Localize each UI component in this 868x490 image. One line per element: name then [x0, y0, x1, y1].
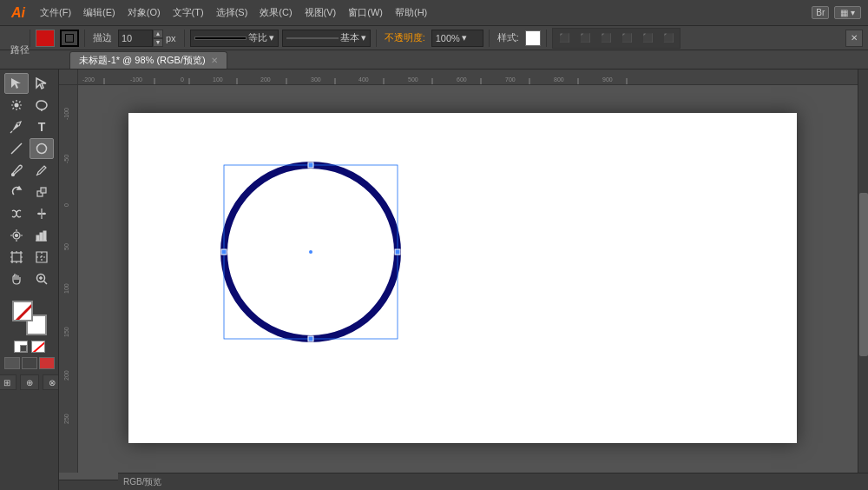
svg-text:500: 500: [408, 76, 418, 83]
svg-text:300: 300: [311, 76, 321, 83]
align-right-btn[interactable]: ⬛: [596, 30, 615, 47]
x-button[interactable]: ✕: [845, 30, 863, 47]
menu-help[interactable]: 帮助(H): [390, 4, 432, 21]
spin-up[interactable]: ▲: [153, 30, 163, 38]
menu-type[interactable]: 文字(T): [168, 4, 209, 21]
tool-row-7: [2, 203, 56, 224]
svg-text:0: 0: [181, 76, 184, 83]
fullscreen2-mode-btn[interactable]: [39, 357, 55, 369]
line-style2-dropdown[interactable]: 基本 ▾: [282, 30, 371, 47]
separator: [30, 30, 30, 47]
circle-shape: [215, 156, 406, 348]
align-bottom-btn[interactable]: ⬛: [659, 30, 678, 47]
pen-tool[interactable]: [4, 116, 29, 137]
v-scroll-thumb[interactable]: [859, 193, 868, 357]
scale-tool[interactable]: [30, 182, 54, 202]
svg-text:900: 900: [602, 76, 613, 83]
menu-view[interactable]: 视图(V): [299, 4, 342, 21]
menu-edit[interactable]: 编辑(E): [78, 4, 121, 21]
title-right: Br ▦ ▾: [812, 6, 861, 19]
align-center-btn[interactable]: ⬛: [575, 30, 595, 47]
line-tool[interactable]: [4, 138, 29, 159]
svg-line-10: [10, 131, 12, 133]
stroke-color-btn[interactable]: [60, 30, 79, 47]
align-left-btn[interactable]: ⬛: [555, 30, 574, 47]
fill-color-btn[interactable]: [36, 30, 55, 47]
dropdown-arrow-1: ▾: [269, 32, 274, 43]
document-tab[interactable]: 未标题-1* @ 98% (RGB/预览) ✕: [69, 51, 227, 69]
vertical-scrollbar[interactable]: [858, 70, 868, 480]
status-mode: RGB/预览: [123, 476, 161, 488]
align-middle-btn[interactable]: ⬛: [638, 30, 657, 47]
stroke-width-input[interactable]: [118, 30, 153, 47]
align-top-btn[interactable]: ⬛: [617, 30, 636, 47]
icon-zoom[interactable]: ⊕: [20, 374, 39, 390]
normal-mode-btn[interactable]: [4, 357, 20, 369]
svg-point-8: [15, 103, 19, 108]
menu-window[interactable]: 窗口(W): [343, 4, 388, 21]
selection-tool[interactable]: [4, 73, 29, 94]
line-style-dropdown[interactable]: 等比 ▾: [190, 30, 279, 47]
style-swatch[interactable]: [525, 30, 541, 46]
paintbrush-tool[interactable]: [4, 160, 29, 181]
opacity-dropdown[interactable]: 100% ▾: [431, 30, 483, 47]
svg-rect-25: [36, 235, 39, 241]
dropdown-arrow-2: ▾: [361, 32, 366, 43]
menu-file[interactable]: 文件(F): [35, 4, 76, 21]
svg-text:100: 100: [213, 76, 223, 83]
width-tool[interactable]: [30, 203, 54, 224]
hand-tool[interactable]: [4, 268, 29, 289]
svg-text:0: 0: [63, 203, 69, 207]
menu-bar: 文件(F) 编辑(E) 对象(O) 文字(T) 选择(S) 效果(C) 视图(V…: [35, 4, 806, 21]
svg-rect-86: [308, 162, 313, 168]
lasso-tool[interactable]: [30, 95, 54, 116]
bridge-button[interactable]: Br: [812, 6, 829, 19]
main-layout: T: [0, 70, 868, 490]
slice-tool[interactable]: [30, 247, 54, 268]
symbol-sprayer-tool[interactable]: [4, 225, 29, 246]
svg-line-14: [36, 175, 37, 175]
spin-down[interactable]: ▼: [153, 38, 163, 47]
stroke-preview-1: [194, 36, 247, 40]
separator2: [84, 30, 85, 47]
rotate-tool[interactable]: [4, 182, 29, 202]
default-colors-btn[interactable]: [14, 341, 28, 353]
tab-close-btn[interactable]: ✕: [211, 56, 218, 65]
svg-rect-87: [308, 336, 313, 341]
separator6: [546, 30, 547, 47]
none-fill-btn[interactable]: [31, 341, 45, 353]
pencil-tool[interactable]: [30, 160, 54, 181]
line-style2-label: 基本: [340, 31, 359, 44]
icon-extra[interactable]: ⊗: [43, 374, 60, 390]
icon-change-screen[interactable]: ⊞: [0, 374, 16, 390]
svg-text:-100: -100: [63, 108, 69, 120]
type-tool[interactable]: T: [30, 116, 54, 137]
svg-text:-50: -50: [63, 155, 69, 163]
svg-text:100: 100: [63, 283, 69, 294]
magic-wand-tool[interactable]: [4, 95, 29, 116]
svg-line-45: [44, 281, 48, 285]
menu-object[interactable]: 对象(O): [122, 4, 166, 21]
zoom-tool[interactable]: [30, 268, 54, 289]
stroke-width-group[interactable]: ▲ ▼ px: [118, 30, 179, 47]
column-graph-tool[interactable]: [30, 225, 54, 246]
fullscreen1-mode-btn[interactable]: [22, 357, 37, 369]
artboard: [128, 113, 797, 443]
fg-color-swatch[interactable]: [12, 301, 33, 321]
ruler-corner: [59, 70, 78, 85]
opacity-value: 100%: [436, 33, 460, 43]
svg-rect-17: [41, 188, 46, 193]
bottom-tool-icons: ⊞ ⊕ ⊗: [0, 374, 59, 390]
svg-text:800: 800: [554, 76, 564, 83]
direct-selection-tool[interactable]: [30, 73, 54, 94]
menu-effect[interactable]: 效果(C): [254, 4, 297, 21]
warp-tool[interactable]: [4, 203, 29, 224]
stroke-width-spinner[interactable]: ▲ ▼: [153, 30, 163, 47]
svg-point-12: [37, 144, 47, 154]
ellipse-tool[interactable]: [30, 138, 54, 159]
artboard-tool[interactable]: [4, 247, 29, 268]
arrangement-button[interactable]: ▦ ▾: [834, 6, 861, 19]
menu-select[interactable]: 选择(S): [211, 4, 253, 21]
svg-rect-89: [221, 249, 227, 255]
tool-row-9: [2, 247, 56, 268]
